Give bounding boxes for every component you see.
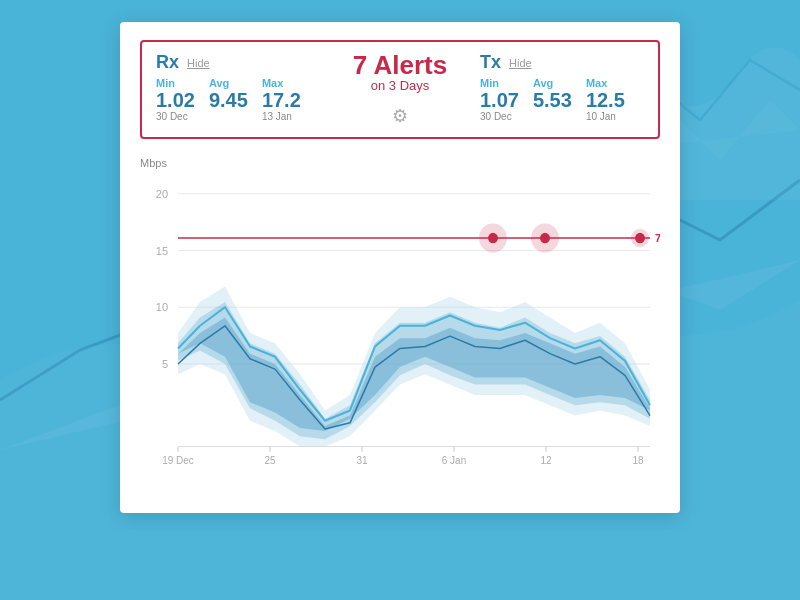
tx-max-value: 12.5: [586, 89, 625, 111]
svg-text:12: 12: [540, 455, 551, 466]
chart-svg: 20 15 10 5 75%: [140, 173, 660, 493]
rx-min-col: Min 1.02 30 Dec: [156, 77, 195, 122]
alerts-subtitle: on 3 Days: [371, 78, 430, 93]
svg-text:6 Jan: 6 Jan: [442, 455, 466, 466]
chart-area: Mbps 20 15 10 5 75%: [140, 157, 660, 493]
chart-container: 20 15 10 5 75%: [140, 173, 660, 493]
settings-icon[interactable]: ⚙: [392, 105, 408, 127]
alerts-section: 7 Alerts on 3 Days ⚙: [320, 52, 480, 127]
rx-min-value: 1.02: [156, 89, 195, 111]
y-axis-label: Mbps: [140, 157, 660, 169]
svg-text:5: 5: [162, 358, 168, 370]
svg-text:15: 15: [156, 244, 168, 256]
tx-min-label: Min: [480, 77, 499, 89]
tx-min-col: Min 1.07 30 Dec: [480, 77, 519, 122]
rx-max-label: Max: [262, 77, 283, 89]
tx-min-date: 30 Dec: [480, 111, 512, 122]
stats-header: Rx Hide Min 1.02 30 Dec Avg 9.45 Max 17.…: [140, 40, 660, 139]
rx-max-col: Max 17.2 13 Jan: [262, 77, 301, 122]
tx-max-label: Max: [586, 77, 607, 89]
svg-text:18: 18: [632, 455, 643, 466]
svg-point-15: [488, 233, 498, 243]
svg-point-19: [635, 233, 645, 243]
tx-min-value: 1.07: [480, 89, 519, 111]
tx-avg-label: Avg: [533, 77, 553, 89]
svg-text:10: 10: [156, 301, 168, 313]
svg-text:75%: 75%: [655, 232, 660, 244]
svg-text:20: 20: [156, 188, 168, 200]
rx-avg-label: Avg: [209, 77, 229, 89]
svg-text:31: 31: [356, 455, 367, 466]
tx-section: Tx Hide Min 1.07 30 Dec Avg 5.53 Max 12.…: [480, 52, 644, 127]
rx-min-label: Min: [156, 77, 175, 89]
rx-label: Rx: [156, 52, 179, 73]
main-card: Rx Hide Min 1.02 30 Dec Avg 9.45 Max 17.…: [120, 22, 680, 513]
rx-min-date: 30 Dec: [156, 111, 188, 122]
tx-hide-button[interactable]: Hide: [509, 57, 532, 69]
svg-text:19 Dec: 19 Dec: [162, 455, 194, 466]
tx-max-date: 10 Jan: [586, 111, 616, 122]
rx-max-value: 17.2: [262, 89, 301, 111]
rx-avg-col: Avg 9.45: [209, 77, 248, 122]
svg-text:25: 25: [264, 455, 275, 466]
svg-point-17: [540, 233, 550, 243]
rx-max-date: 13 Jan: [262, 111, 292, 122]
tx-max-col: Max 12.5 10 Jan: [586, 77, 625, 122]
tx-label: Tx: [480, 52, 501, 73]
alerts-count: 7 Alerts: [353, 52, 447, 78]
rx-section: Rx Hide Min 1.02 30 Dec Avg 9.45 Max 17.…: [156, 52, 320, 127]
tx-avg-col: Avg 5.53: [533, 77, 572, 122]
rx-hide-button[interactable]: Hide: [187, 57, 210, 69]
tx-avg-value: 5.53: [533, 89, 572, 111]
rx-avg-value: 9.45: [209, 89, 248, 111]
